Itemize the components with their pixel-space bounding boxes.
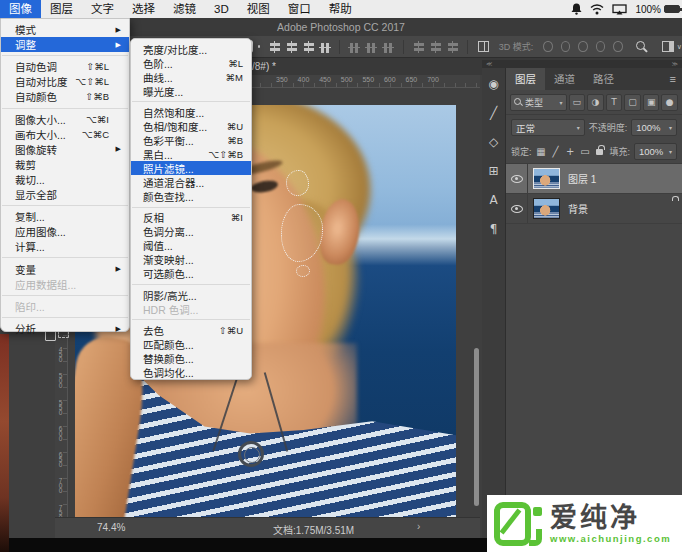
- layer-filter-icon[interactable]: ◑: [587, 94, 604, 111]
- menu-item[interactable]: [2, 295, 128, 296]
- distribute-left-icon[interactable]: [413, 41, 423, 53]
- distribute-bottom-icon[interactable]: [382, 41, 394, 51]
- menu-item[interactable]: 图像旋转 ▶: [1, 142, 129, 157]
- submenu-item[interactable]: 照片滤镜...: [131, 161, 251, 175]
- blend-mode-dropdown[interactable]: 正常 ▾: [511, 119, 585, 136]
- menu-item[interactable]: 陷印...: [1, 299, 129, 314]
- layer-thumbnail[interactable]: [533, 168, 560, 189]
- opacity-dropdown[interactable]: 100% ▾: [631, 119, 677, 136]
- wifi-icon[interactable]: [590, 4, 604, 15]
- document-tab[interactable]: /8#) *: [252, 58, 276, 75]
- menu-item[interactable]: [2, 108, 128, 109]
- layer-visibility-toggle[interactable]: [506, 164, 528, 193]
- menu-item[interactable]: 调整 ▶: [1, 37, 129, 52]
- submenu-item[interactable]: 阈值...: [131, 239, 251, 253]
- vertical-scrollbar[interactable]: [474, 348, 479, 506]
- align-top-edges-icon[interactable]: [319, 41, 331, 51]
- layer-filter-icon[interactable]: T: [606, 94, 623, 111]
- menubar-item[interactable]: 图像: [0, 0, 41, 18]
- menu-item[interactable]: 显示全部: [1, 187, 129, 202]
- submenu-item[interactable]: HDR 色调...: [131, 302, 251, 316]
- distribute-right-icon[interactable]: [447, 41, 457, 53]
- airplay-icon[interactable]: [612, 4, 627, 15]
- menu-item[interactable]: 模式 ▶: [1, 22, 129, 37]
- panel-menu-icon[interactable]: ≡: [670, 68, 676, 90]
- menubar-item[interactable]: 窗口: [279, 0, 320, 18]
- panel-tab[interactable]: 通道: [545, 68, 584, 90]
- panel-tab[interactable]: 路径: [584, 68, 623, 90]
- menubar-item[interactable]: 选择: [123, 0, 164, 18]
- menu-item[interactable]: 自动颜色 ⇧⌘B: [1, 89, 129, 104]
- submenu-item[interactable]: 黑白... ⌥⇧⌘B: [131, 147, 251, 161]
- panel-strip-icon[interactable]: ⊞: [484, 161, 504, 181]
- submenu-item[interactable]: 颜色查找...: [131, 189, 251, 203]
- selection-marquee-jaw[interactable]: [296, 265, 310, 277]
- lock-option-icon[interactable]: ╱: [550, 146, 561, 157]
- submenu-item[interactable]: 阴影/高光...: [131, 288, 251, 302]
- layer-visibility-toggle[interactable]: [506, 194, 528, 223]
- 3d-roll-icon[interactable]: [561, 41, 571, 52]
- panel-strip-icon[interactable]: ¶: [484, 219, 504, 239]
- menu-item[interactable]: 计算...: [1, 239, 129, 254]
- menubar-item[interactable]: 视图: [238, 0, 279, 18]
- fill-dropdown[interactable]: 100% ▾: [634, 143, 677, 160]
- menu-item[interactable]: 应用图像...: [1, 224, 129, 239]
- menubar-item[interactable]: 帮助: [320, 0, 361, 18]
- panel-tab[interactable]: 图层: [506, 68, 545, 90]
- menu-item[interactable]: [2, 205, 128, 206]
- align-left-edges-icon[interactable]: [269, 41, 279, 53]
- battery-indicator[interactable]: 100%: [635, 4, 680, 15]
- collapse-left-icon[interactable]: ≪: [486, 60, 492, 68]
- layer-filter-icon[interactable]: ▭: [569, 94, 586, 111]
- zoom-level[interactable]: 74.4%: [97, 522, 125, 533]
- menubar-item[interactable]: 图层: [41, 0, 82, 18]
- menu-item[interactable]: 裁剪: [1, 157, 129, 172]
- menu-item[interactable]: 应用数据组...: [1, 277, 129, 292]
- 3d-rotate-icon[interactable]: [543, 41, 553, 52]
- submenu-item[interactable]: [132, 101, 250, 102]
- submenu-item[interactable]: [132, 207, 250, 208]
- align-horizontal-centers-icon[interactable]: [286, 41, 296, 53]
- selection-marquee-temple[interactable]: [286, 170, 309, 196]
- menu-item[interactable]: 图像大小... ⌥⌘I: [1, 112, 129, 127]
- submenu-item[interactable]: 曝光度...: [131, 84, 251, 98]
- align-right-edges-icon[interactable]: [303, 41, 313, 53]
- submenu-item[interactable]: 通道混合器...: [131, 175, 251, 189]
- layer-filter-icon[interactable]: ▢: [624, 94, 641, 111]
- collapse-right-icon[interactable]: ≫: [672, 60, 678, 68]
- lock-option-icon[interactable]: ▦: [536, 146, 547, 157]
- submenu-item[interactable]: 亮度/对比度...: [131, 42, 251, 56]
- menu-item[interactable]: [2, 55, 128, 56]
- menu-item[interactable]: 画布大小... ⌥⌘C: [1, 127, 129, 142]
- lock-option-icon[interactable]: +: [565, 146, 576, 157]
- submenu-item[interactable]: 去色 ⇧⌘U: [131, 324, 251, 338]
- submenu-item[interactable]: 替换颜色...: [131, 352, 251, 366]
- menubar-item[interactable]: 文字: [82, 0, 123, 18]
- submenu-item[interactable]: 渐变映射...: [131, 253, 251, 267]
- artboard-align-icon[interactable]: [478, 41, 489, 52]
- layer-filter-icon[interactable]: ●: [661, 94, 678, 111]
- submenu-item[interactable]: [132, 319, 250, 320]
- panel-strip-icon[interactable]: A: [484, 190, 504, 210]
- document-sizes[interactable]: 文档:1.75M/3.51M: [273, 522, 354, 537]
- panel-strip-icon[interactable]: ╱: [484, 103, 504, 123]
- layer-thumbnail[interactable]: [533, 198, 560, 219]
- submenu-item[interactable]: 自然饱和度...: [131, 105, 251, 119]
- menu-item[interactable]: [2, 257, 128, 258]
- filter-type-dropdown[interactable]: 类型 ▾: [510, 94, 567, 111]
- panel-strip-icon[interactable]: ◇: [484, 132, 504, 152]
- menubar-item[interactable]: 滤镜: [164, 0, 205, 18]
- menu-item[interactable]: 自动对比度 ⌥⇧⌘L: [1, 74, 129, 89]
- menu-item[interactable]: 自动色调 ⇧⌘L: [1, 59, 129, 74]
- distribute-middle-icon[interactable]: [365, 41, 377, 51]
- 3d-slide-icon[interactable]: [596, 41, 606, 52]
- 3d-pan-icon[interactable]: [578, 41, 588, 52]
- submenu-item[interactable]: 可选颜色...: [131, 267, 251, 281]
- notification-bell-icon[interactable]: [571, 3, 582, 15]
- layer-filter-icon[interactable]: ▣: [643, 94, 660, 111]
- menubar-item[interactable]: 3D: [205, 0, 238, 18]
- search-icon[interactable]: [635, 40, 646, 53]
- panel-strip-icon[interactable]: ◉: [484, 74, 504, 94]
- status-options-arrow[interactable]: ›: [417, 521, 420, 532]
- submenu-item[interactable]: 匹配颜色...: [131, 338, 251, 352]
